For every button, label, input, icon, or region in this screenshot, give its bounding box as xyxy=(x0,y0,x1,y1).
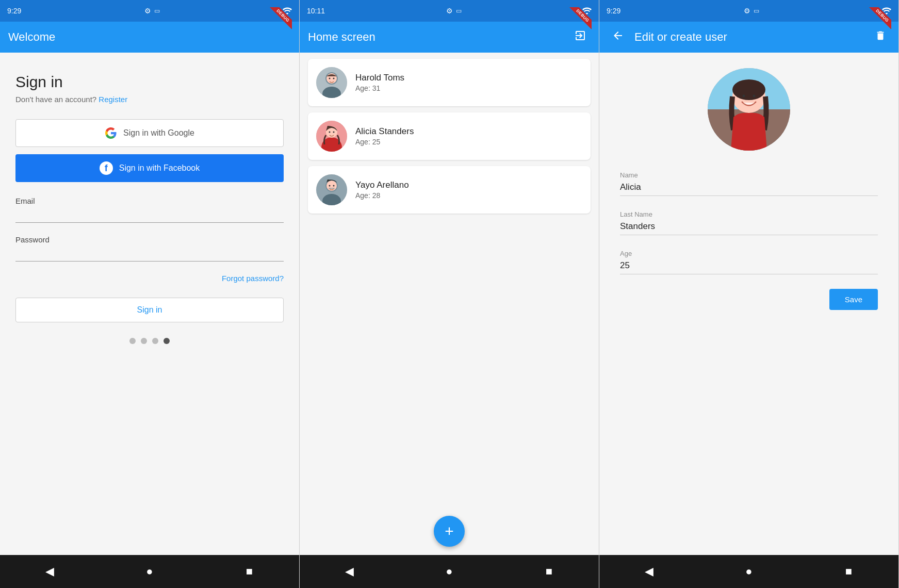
screen-title-1: Welcome xyxy=(8,30,291,44)
lastname-label: Last Name xyxy=(620,210,878,218)
register-text: Don't have an account? Register xyxy=(15,95,284,104)
back-button-1[interactable]: ◀ xyxy=(41,562,59,581)
welcome-content: Sign in Don't have an account? Register … xyxy=(0,53,299,555)
forgot-password-row: Forgot password? xyxy=(15,274,284,283)
status-time-1: 9:29 xyxy=(7,7,21,15)
back-button-nav-3[interactable]: ◀ xyxy=(640,562,659,581)
status-bar-3: 9:29 ⚙ ▭ xyxy=(599,0,898,22)
user-photo[interactable] xyxy=(708,68,790,151)
user-card-yayo[interactable]: Yayo Arellano Age: 28 xyxy=(308,166,591,214)
user-info-harold: Harold Toms Age: 31 xyxy=(355,73,404,92)
welcome-screen: 9:29 ⚙ ▭ Welcome Sign in Don't have an a… xyxy=(0,0,300,588)
forgot-password-link[interactable]: Forgot password? xyxy=(222,274,284,283)
svg-point-13 xyxy=(326,181,337,191)
user-name-yayo: Yayo Arellano xyxy=(355,180,409,190)
delete-icon xyxy=(875,30,886,41)
home-screen: 10:11 ⚙ ▭ Home screen xyxy=(300,0,599,588)
back-button-2[interactable]: ◀ xyxy=(340,562,359,581)
status-bar-2: 10:11 ⚙ ▭ xyxy=(300,0,599,22)
edit-form-area: Name Alicia Last Name Standers Age 25 Sa… xyxy=(599,53,898,325)
age-field: Age 25 xyxy=(620,250,878,274)
svg-point-5 xyxy=(333,78,335,79)
page-dots xyxy=(15,322,284,354)
email-input[interactable] xyxy=(15,209,284,223)
recent-button-3[interactable]: ■ xyxy=(839,562,858,581)
facebook-signin-button[interactable]: f Sign in with Facebook xyxy=(15,154,284,182)
status-icons-1: ⚙ ▭ xyxy=(144,7,160,15)
password-label: Password xyxy=(15,235,284,244)
status-icons-3: ⚙ ▭ xyxy=(744,7,759,15)
facebook-btn-label: Sign in with Facebook xyxy=(119,164,200,173)
lastname-value[interactable]: Standers xyxy=(620,221,878,235)
name-field: Name Alicia xyxy=(620,171,878,196)
dot-2 xyxy=(141,338,147,344)
battery-icon-1: ▭ xyxy=(154,7,160,14)
status-right-1 xyxy=(283,7,292,14)
password-input[interactable] xyxy=(15,248,284,262)
email-label: Email xyxy=(15,197,284,205)
user-name-harold: Harold Toms xyxy=(355,73,404,83)
app-bar-2: Home screen xyxy=(300,22,599,53)
password-field: Password xyxy=(15,235,284,262)
app-bar-3: Edit or create user xyxy=(599,22,898,53)
svg-point-9 xyxy=(329,132,331,133)
user-info-yayo: Yayo Arellano Age: 28 xyxy=(355,180,409,200)
battery-icon-3: ▭ xyxy=(754,7,759,14)
google-icon xyxy=(105,127,117,139)
age-label: Age xyxy=(620,250,878,257)
dot-3 xyxy=(152,338,158,344)
logout-icon xyxy=(574,29,586,42)
back-arrow-icon xyxy=(612,29,624,42)
save-button[interactable]: Save xyxy=(829,289,878,310)
home-button-1[interactable]: ● xyxy=(140,562,159,581)
name-label: Name xyxy=(620,171,878,179)
gear-icon-1: ⚙ xyxy=(144,7,151,15)
name-value[interactable]: Alicia xyxy=(620,182,878,196)
register-link[interactable]: Register xyxy=(99,95,127,104)
status-right-3 xyxy=(882,7,891,14)
status-icons-2: ⚙ ▭ xyxy=(446,7,462,15)
wifi-icon-3 xyxy=(882,7,891,14)
back-button-3[interactable] xyxy=(608,27,628,47)
facebook-icon: f xyxy=(100,161,113,175)
nav-bar-1: ◀ ● ■ xyxy=(0,555,299,588)
battery-icon-2: ▭ xyxy=(456,7,462,14)
fab-container: + xyxy=(300,516,599,547)
wifi-icon-1 xyxy=(283,7,292,14)
sign-in-button[interactable]: Sign in xyxy=(15,298,284,322)
svg-point-10 xyxy=(333,132,335,133)
gear-icon-2: ⚙ xyxy=(446,7,453,15)
user-card-harold[interactable]: Harold Toms Age: 31 xyxy=(308,59,591,106)
home-button-3[interactable]: ● xyxy=(740,562,758,581)
google-signin-button[interactable]: Sign in with Google xyxy=(15,119,284,147)
svg-point-23 xyxy=(743,95,745,97)
status-right-2 xyxy=(582,7,592,14)
recent-button-1[interactable]: ■ xyxy=(240,562,258,581)
edit-content-wrapper: Name Alicia Last Name Standers Age 25 Sa… xyxy=(599,53,898,555)
user-avatar-harold xyxy=(316,67,347,98)
user-avatar-alicia xyxy=(316,121,347,152)
home-button-2[interactable]: ● xyxy=(440,562,459,581)
add-user-fab[interactable]: + xyxy=(434,516,465,547)
sign-in-title: Sign in xyxy=(15,73,284,91)
user-info-alicia: Alicia Standers Age: 25 xyxy=(355,126,414,146)
logout-button[interactable] xyxy=(570,27,591,47)
app-bar-1: Welcome xyxy=(0,22,299,53)
svg-point-4 xyxy=(329,78,331,79)
delete-button[interactable] xyxy=(871,28,890,46)
user-list: Harold Toms Age: 31 xyxy=(300,53,599,220)
google-btn-label: Sign in with Google xyxy=(123,128,194,138)
dot-1 xyxy=(129,338,136,344)
user-card-alicia[interactable]: Alicia Standers Age: 25 xyxy=(308,112,591,160)
nav-bar-3: ◀ ● ■ xyxy=(599,555,898,588)
recent-button-2[interactable]: ■ xyxy=(540,562,558,581)
svg-rect-16 xyxy=(329,188,335,189)
dot-4 xyxy=(164,338,170,344)
user-age-yayo: Age: 28 xyxy=(355,191,409,200)
age-value[interactable]: 25 xyxy=(620,260,878,274)
user-avatar-yayo xyxy=(316,174,347,205)
status-bar-1: 9:29 ⚙ ▭ xyxy=(0,0,299,22)
svg-point-15 xyxy=(333,185,335,187)
svg-point-22 xyxy=(732,79,765,100)
svg-point-24 xyxy=(753,95,756,97)
